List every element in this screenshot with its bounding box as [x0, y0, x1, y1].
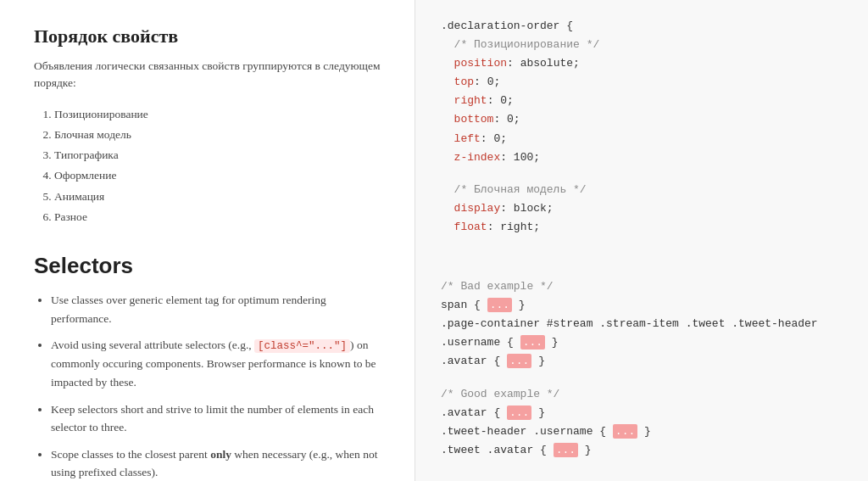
section2-title: Selectors: [34, 253, 381, 279]
inline-code: [class^="..."]: [254, 339, 350, 353]
section1-list: Позиционирование Блочная модель Типограф…: [54, 104, 381, 228]
code-gap: [441, 250, 843, 264]
highlight: ...: [554, 443, 578, 457]
section-selectors: Selectors Use classes over generic eleme…: [34, 253, 381, 481]
code-line: /* Позиционирование */: [441, 36, 843, 54]
code-line: .avatar { ... }: [441, 352, 843, 371]
section1-description: Объявления логически связанных свойств г…: [34, 58, 381, 92]
highlight: ...: [613, 424, 637, 439]
code-line: right: 0;: [441, 92, 843, 110]
bold-text: only: [210, 448, 231, 461]
list-item: Позиционирование: [54, 104, 381, 125]
list-item: Блочная модель: [54, 125, 381, 145]
code-line: .tweet .avatar { ... }: [441, 441, 843, 460]
highlight: ...: [507, 354, 531, 368]
code-line: /* Good example */: [441, 385, 843, 404]
highlight: ...: [520, 335, 545, 350]
code-line: display: block;: [441, 199, 843, 218]
list-item: Keep selectors short and strive to limit…: [51, 400, 381, 437]
section-order: Порядок свойств Объявления логически свя…: [34, 25, 381, 227]
code-line: bottom: 0;: [441, 110, 843, 129]
list-item: Разное: [54, 207, 381, 227]
code-gap: [441, 372, 843, 385]
code-block: .declaration-order { /* Позиционирование…: [441, 17, 843, 460]
code-line: .username { ... }: [441, 333, 843, 352]
code-line: span { ... }: [441, 296, 843, 315]
code-line: .page-container #stream .stream-item .tw…: [441, 315, 843, 333]
code-line: top: 0;: [441, 73, 843, 92]
code-gap: [441, 264, 843, 277]
code-line: float: right;: [441, 218, 843, 237]
list-item: Scope classes to the closest parent only…: [51, 445, 381, 481]
list-item: Use classes over generic element tag for…: [51, 291, 381, 327]
list-item: Avoid using several attribute selectors …: [51, 336, 381, 391]
highlight: ...: [507, 405, 531, 420]
list-item: Анимация: [54, 187, 381, 207]
right-panel: .declaration-order { /* Позиционирование…: [415, 0, 868, 481]
code-line: position: absolute;: [441, 54, 843, 73]
list-item: Типографика: [54, 145, 381, 165]
code-line: left: 0;: [441, 130, 843, 148]
highlight: ...: [487, 298, 512, 312]
selectors-list: Use classes over generic element tag for…: [51, 291, 381, 481]
code-line: z-index: 100;: [441, 148, 843, 167]
code-line: /* Bad example */: [441, 277, 843, 296]
left-panel: Порядок свойств Объявления логически свя…: [0, 0, 415, 481]
code-gap: [441, 167, 843, 181]
code-gap: [441, 237, 843, 250]
code-line: .avatar { ... }: [441, 404, 843, 422]
code-line: /* Блочная модель */: [441, 181, 843, 199]
code-line: .tweet-header .username { ... }: [441, 422, 843, 441]
code-line: .declaration-order {: [441, 17, 843, 36]
section1-title: Порядок свойств: [34, 25, 381, 48]
list-item: Оформление: [54, 165, 381, 186]
